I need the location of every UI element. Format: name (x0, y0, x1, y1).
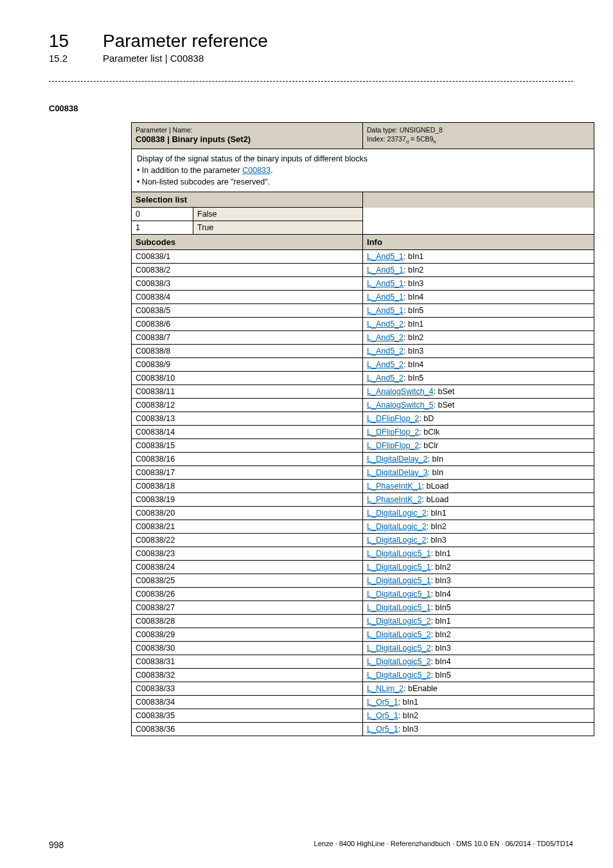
subcode-cell: C00838/27 (132, 601, 363, 615)
table-row: C00838/19L_PhaseIntK_2: bLoad (132, 493, 594, 507)
info-link[interactable]: L_And5_1 (367, 293, 404, 302)
info-link[interactable]: L_Or5_1 (367, 711, 398, 720)
info-suffix: : bIn3 (404, 347, 423, 356)
subcodes-header: Subcodes Info (132, 235, 594, 250)
subcode-cell: C00838/35 (132, 709, 363, 723)
info-link[interactable]: L_And5_2 (367, 333, 404, 342)
info-link[interactable]: L_DigitalLogic5_1 (367, 549, 431, 558)
page-subheader: 15.2Parameter list | C00838 (49, 51, 573, 64)
subcode-cell: C00838/33 (132, 682, 363, 696)
subcode-cell: C00838/14 (132, 426, 363, 439)
param-dtype: Data type: UNSIGNED_8 (367, 126, 443, 134)
table-row: C00838/14L_DFlipFlop_2: bClk (132, 426, 594, 439)
info-suffix: : bIn2 (398, 711, 418, 720)
info-link[interactable]: L_DigitalDelay_2 (367, 455, 428, 464)
table-row: C00838/21L_DigitalLogic_2: bIn2 (132, 520, 594, 534)
info-link[interactable]: L_PhaseIntK_2 (367, 495, 422, 504)
info-suffix: : bIn2 (431, 630, 450, 639)
info-link[interactable]: L_And5_1 (367, 252, 404, 261)
table-row: C00838/31L_DigitalLogic5_2: bIn4 (132, 655, 594, 669)
subcode-cell: C00838/6 (132, 318, 363, 331)
info-link[interactable]: L_DigitalLogic_2 (367, 509, 426, 518)
info-suffix: : bIn3 (426, 536, 446, 545)
table-row: C00838/30L_DigitalLogic5_2: bIn3 (132, 642, 594, 655)
info-link[interactable]: L_DFlipFlop_2 (367, 414, 419, 423)
info-link[interactable]: L_And5_1 (367, 306, 404, 315)
table-row: C00838/3L_And5_1: bIn3 (132, 277, 594, 291)
info-link[interactable]: L_DFlipFlop_2 (367, 441, 419, 450)
table-row: C00838/6L_And5_2: bIn1 (132, 318, 594, 331)
info-cell: L_AnalogSwitch_4: bSet (363, 385, 594, 399)
info-suffix: : bIn (428, 455, 443, 464)
info-link[interactable]: L_Or5_1 (367, 725, 398, 734)
info-link[interactable]: L_And5_1 (367, 279, 404, 288)
table-row: C00838/34L_Or5_1: bIn1 (132, 696, 594, 709)
info-link[interactable]: L_DigitalLogic5_1 (367, 563, 431, 572)
info-link[interactable]: L_DigitalLogic5_1 (367, 576, 431, 585)
info-link[interactable]: L_DigitalLogic5_2 (367, 657, 431, 666)
info-link[interactable]: L_Or5_1 (367, 698, 398, 707)
info-cell: L_DigitalLogic5_2: bIn3 (363, 642, 594, 655)
info-link[interactable]: L_And5_2 (367, 374, 404, 383)
info-suffix: : bIn3 (431, 644, 450, 653)
link-c00833[interactable]: C00833 (242, 166, 271, 175)
info-link[interactable]: L_And5_2 (367, 347, 404, 356)
info-link[interactable]: L_AnalogSwitch_4 (367, 387, 434, 396)
subcode-cell: C00838/20 (132, 507, 363, 520)
info-link[interactable]: L_DFlipFlop_2 (367, 428, 419, 437)
info-cell: L_DigitalLogic_2: bIn2 (363, 520, 594, 534)
divider (49, 81, 573, 82)
selection-list-header: Selection list (132, 192, 594, 208)
info-cell: L_PhaseIntK_1: bLoad (363, 480, 594, 493)
info-link[interactable]: L_And5_1 (367, 266, 404, 275)
info-link[interactable]: L_And5_2 (367, 360, 404, 369)
info-suffix: : bIn4 (404, 293, 423, 302)
info-link[interactable]: L_DigitalLogic_2 (367, 536, 426, 545)
info-suffix: : bIn5 (431, 671, 450, 680)
info-cell: L_Or5_1: bIn2 (363, 709, 594, 723)
subcode-cell: C00838/8 (132, 345, 363, 358)
info-cell: L_And5_1: bIn4 (363, 291, 594, 304)
subcode-cell: C00838/10 (132, 372, 363, 385)
subcode-cell: C00838/5 (132, 304, 363, 318)
info-cell: L_And5_1: bIn3 (363, 277, 594, 291)
subcode-cell: C00838/28 (132, 615, 363, 628)
info-suffix: : bIn3 (398, 725, 418, 734)
info-link[interactable]: L_DigitalLogic5_1 (367, 603, 431, 612)
info-link[interactable]: L_DigitalLogic5_2 (367, 644, 431, 653)
subcode-cell: C00838/12 (132, 399, 363, 412)
param-label: Parameter | Name: (136, 126, 193, 134)
subcode-cell: C00838/18 (132, 480, 363, 493)
subcode-cell: C00838/21 (132, 520, 363, 534)
description-bullet: • Non-listed subcodes are "reserved". (137, 177, 270, 186)
table-row: C00838/1L_And5_1: bIn1 (132, 250, 594, 264)
info-link[interactable]: L_DigitalDelay_3 (367, 468, 428, 477)
info-link[interactable]: L_DigitalLogic5_2 (367, 630, 431, 639)
param-index: Index: 23737d = 5CB9h (367, 135, 436, 143)
info-link[interactable]: L_AnalogSwitch_5 (367, 401, 434, 410)
info-cell: L_DFlipFlop_2: bClk (363, 426, 594, 439)
info-link[interactable]: L_And5_2 (367, 320, 404, 329)
subcode-cell: C00838/25 (132, 574, 363, 588)
parameter-anchor: C00838 (49, 104, 573, 113)
info-cell: L_DigitalLogic5_1: bIn2 (363, 561, 594, 574)
info-link[interactable]: L_PhaseIntK_1 (367, 482, 422, 491)
info-link[interactable]: L_DigitalLogic5_2 (367, 617, 431, 626)
chapter-title: Parameter reference (103, 31, 268, 51)
subcode-cell: C00838/29 (132, 628, 363, 642)
info-cell: L_DigitalDelay_3: bIn (363, 466, 594, 480)
subcode-cell: C00838/19 (132, 493, 363, 507)
info-link[interactable]: L_DigitalLogic5_2 (367, 671, 431, 680)
description-line: Display of the signal status of the bina… (137, 154, 368, 163)
info-link[interactable]: L_DigitalLogic_2 (367, 522, 426, 531)
table-row: C00838/9L_And5_2: bIn4 (132, 358, 594, 372)
info-link[interactable]: L_DigitalLogic5_1 (367, 590, 431, 599)
subcode-cell: C00838/15 (132, 439, 363, 453)
info-suffix: : bIn3 (431, 576, 450, 585)
table-row: C00838/26L_DigitalLogic5_1: bIn4 (132, 588, 594, 601)
info-suffix: : bIn1 (426, 509, 446, 518)
parameter-table: Parameter | Name: C00838 | Binary inputs… (131, 122, 594, 736)
info-link[interactable]: L_NLim_2 (367, 684, 404, 693)
selection-label: False (193, 208, 363, 221)
info-suffix: : bSet (434, 387, 455, 396)
